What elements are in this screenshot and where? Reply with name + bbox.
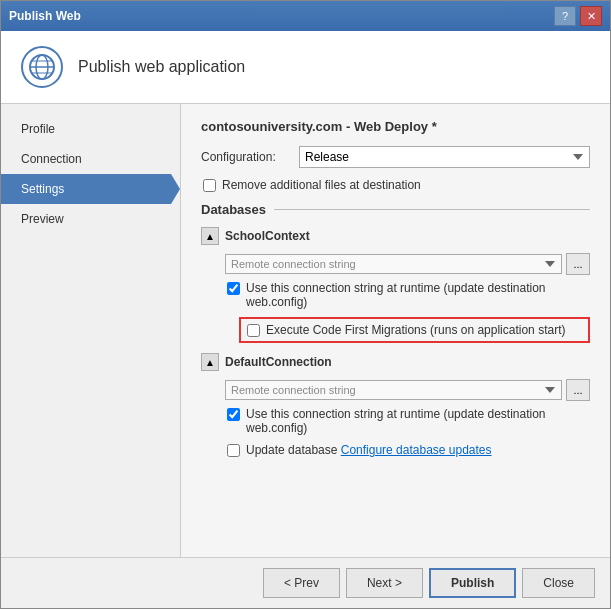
default-connection-header: ▲ DefaultConnection: [201, 353, 590, 371]
header-title: Publish web application: [78, 58, 245, 76]
databases-title: Databases: [201, 202, 266, 217]
sidebar-item-connection[interactable]: Connection: [1, 144, 180, 174]
default-use-connection-row: Use this connection string at runtime (u…: [227, 407, 590, 435]
default-connection-name: DefaultConnection: [225, 355, 332, 369]
default-use-connection-label: Use this connection string at runtime (u…: [246, 407, 590, 435]
school-context-browse-btn[interactable]: ...: [566, 253, 590, 275]
default-connection-row: Remote connection string ...: [225, 379, 590, 401]
school-context-collapse[interactable]: ▲: [201, 227, 219, 245]
configuration-label: Configuration:: [201, 150, 291, 164]
school-context-connection-row: Remote connection string ...: [225, 253, 590, 275]
update-database-row: Update database Configure database updat…: [227, 443, 590, 457]
close-button-footer[interactable]: Close: [522, 568, 595, 598]
execute-migrations-row: Execute Code First Migrations (runs on a…: [239, 317, 590, 343]
school-use-connection-checkbox[interactable]: [227, 282, 240, 295]
page-header: contosouniversity.com - Web Deploy *: [201, 119, 590, 134]
school-context-header: ▲ SchoolContext: [201, 227, 590, 245]
close-button[interactable]: ✕: [580, 6, 602, 26]
publish-web-window: Publish Web ? ✕ Publish web application …: [0, 0, 611, 609]
remove-files-checkbox[interactable]: [203, 179, 216, 192]
globe-icon: [21, 46, 63, 88]
school-context-options: Use this connection string at runtime (u…: [225, 281, 590, 343]
next-button[interactable]: Next >: [346, 568, 423, 598]
default-use-connection-checkbox[interactable]: [227, 408, 240, 421]
default-connection-browse-btn[interactable]: ...: [566, 379, 590, 401]
sidebar-item-preview[interactable]: Preview: [1, 204, 180, 234]
content-area: contosouniversity.com - Web Deploy * Con…: [181, 104, 610, 557]
school-use-connection-label: Use this connection string at runtime (u…: [246, 281, 590, 309]
header-section: Publish web application: [1, 31, 610, 104]
main-content: Profile Connection Settings Preview cont…: [1, 104, 610, 557]
update-database-checkbox[interactable]: [227, 444, 240, 457]
footer: < Prev Next > Publish Close: [1, 557, 610, 608]
default-connection-select[interactable]: Remote connection string: [225, 380, 562, 400]
default-connection-collapse[interactable]: ▲: [201, 353, 219, 371]
help-button[interactable]: ?: [554, 6, 576, 26]
school-context-name: SchoolContext: [225, 229, 310, 243]
configuration-select[interactable]: Release: [299, 146, 590, 168]
title-bar: Publish Web ? ✕: [1, 1, 610, 31]
databases-divider: Databases: [201, 202, 590, 217]
execute-migrations-label: Execute Code First Migrations (runs on a…: [266, 323, 565, 337]
divider-line: [274, 209, 590, 210]
title-bar-buttons: ? ✕: [554, 6, 602, 26]
configuration-row: Configuration: Release: [201, 146, 590, 168]
remove-files-row: Remove additional files at destination: [203, 178, 590, 192]
configure-link[interactable]: Configure database updates: [341, 443, 492, 457]
default-connection-section: ▲ DefaultConnection Remote connection st…: [201, 353, 590, 457]
sidebar-item-profile[interactable]: Profile: [1, 114, 180, 144]
execute-migrations-checkbox[interactable]: [247, 324, 260, 337]
school-context-section: ▲ SchoolContext Remote connection string…: [201, 227, 590, 343]
prev-button[interactable]: < Prev: [263, 568, 340, 598]
school-context-connection-select[interactable]: Remote connection string: [225, 254, 562, 274]
default-connection-options: Use this connection string at runtime (u…: [225, 407, 590, 457]
sidebar: Profile Connection Settings Preview: [1, 104, 181, 557]
update-database-label: Update database Configure database updat…: [246, 443, 492, 457]
school-use-connection-row: Use this connection string at runtime (u…: [227, 281, 590, 309]
window-title: Publish Web: [9, 9, 81, 23]
publish-button[interactable]: Publish: [429, 568, 516, 598]
remove-files-label: Remove additional files at destination: [222, 178, 421, 192]
sidebar-item-settings[interactable]: Settings: [1, 174, 180, 204]
